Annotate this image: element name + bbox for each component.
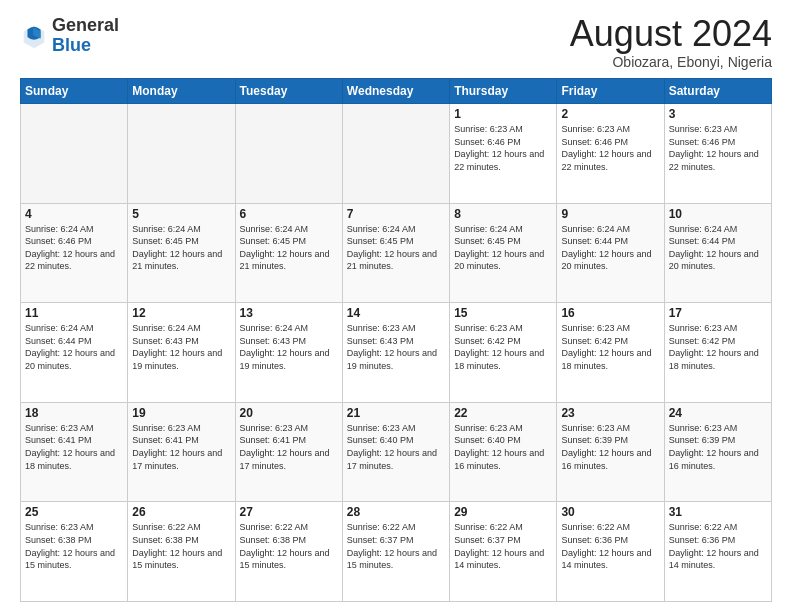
week-row-3: 11Sunrise: 6:24 AMSunset: 6:44 PMDayligh…: [21, 303, 772, 403]
weekday-header-sunday: Sunday: [21, 79, 128, 104]
day-info: Sunrise: 6:23 AMSunset: 6:43 PMDaylight:…: [347, 322, 445, 372]
day-number: 24: [669, 406, 767, 420]
day-info: Sunrise: 6:22 AMSunset: 6:36 PMDaylight:…: [561, 521, 659, 571]
day-number: 23: [561, 406, 659, 420]
day-info: Sunrise: 6:23 AMSunset: 6:46 PMDaylight:…: [561, 123, 659, 173]
day-cell-13: 13Sunrise: 6:24 AMSunset: 6:43 PMDayligh…: [235, 303, 342, 403]
day-info: Sunrise: 6:22 AMSunset: 6:38 PMDaylight:…: [132, 521, 230, 571]
day-number: 22: [454, 406, 552, 420]
day-info: Sunrise: 6:23 AMSunset: 6:42 PMDaylight:…: [561, 322, 659, 372]
day-info: Sunrise: 6:23 AMSunset: 6:39 PMDaylight:…: [561, 422, 659, 472]
day-number: 7: [347, 207, 445, 221]
day-info: Sunrise: 6:23 AMSunset: 6:41 PMDaylight:…: [240, 422, 338, 472]
day-number: 16: [561, 306, 659, 320]
day-info: Sunrise: 6:24 AMSunset: 6:44 PMDaylight:…: [25, 322, 123, 372]
day-number: 4: [25, 207, 123, 221]
day-cell-11: 11Sunrise: 6:24 AMSunset: 6:44 PMDayligh…: [21, 303, 128, 403]
day-cell-30: 30Sunrise: 6:22 AMSunset: 6:36 PMDayligh…: [557, 502, 664, 602]
day-number: 25: [25, 505, 123, 519]
day-cell-23: 23Sunrise: 6:23 AMSunset: 6:39 PMDayligh…: [557, 402, 664, 502]
day-cell-empty: [235, 104, 342, 204]
day-cell-31: 31Sunrise: 6:22 AMSunset: 6:36 PMDayligh…: [664, 502, 771, 602]
day-number: 30: [561, 505, 659, 519]
weekday-header-friday: Friday: [557, 79, 664, 104]
day-cell-17: 17Sunrise: 6:23 AMSunset: 6:42 PMDayligh…: [664, 303, 771, 403]
day-cell-empty: [21, 104, 128, 204]
month-title: August 2024: [570, 16, 772, 52]
day-cell-14: 14Sunrise: 6:23 AMSunset: 6:43 PMDayligh…: [342, 303, 449, 403]
day-info: Sunrise: 6:23 AMSunset: 6:42 PMDaylight:…: [454, 322, 552, 372]
day-cell-21: 21Sunrise: 6:23 AMSunset: 6:40 PMDayligh…: [342, 402, 449, 502]
day-cell-22: 22Sunrise: 6:23 AMSunset: 6:40 PMDayligh…: [450, 402, 557, 502]
day-info: Sunrise: 6:23 AMSunset: 6:38 PMDaylight:…: [25, 521, 123, 571]
day-cell-16: 16Sunrise: 6:23 AMSunset: 6:42 PMDayligh…: [557, 303, 664, 403]
day-cell-27: 27Sunrise: 6:22 AMSunset: 6:38 PMDayligh…: [235, 502, 342, 602]
weekday-header-thursday: Thursday: [450, 79, 557, 104]
page: General Blue August 2024 Obiozara, Ebony…: [0, 0, 792, 612]
weekday-header-monday: Monday: [128, 79, 235, 104]
day-number: 29: [454, 505, 552, 519]
weekday-header-tuesday: Tuesday: [235, 79, 342, 104]
day-cell-20: 20Sunrise: 6:23 AMSunset: 6:41 PMDayligh…: [235, 402, 342, 502]
day-number: 9: [561, 207, 659, 221]
day-info: Sunrise: 6:22 AMSunset: 6:37 PMDaylight:…: [347, 521, 445, 571]
day-number: 12: [132, 306, 230, 320]
week-row-4: 18Sunrise: 6:23 AMSunset: 6:41 PMDayligh…: [21, 402, 772, 502]
day-info: Sunrise: 6:22 AMSunset: 6:38 PMDaylight:…: [240, 521, 338, 571]
day-number: 11: [25, 306, 123, 320]
day-cell-9: 9Sunrise: 6:24 AMSunset: 6:44 PMDaylight…: [557, 203, 664, 303]
day-number: 15: [454, 306, 552, 320]
day-cell-2: 2Sunrise: 6:23 AMSunset: 6:46 PMDaylight…: [557, 104, 664, 204]
day-number: 20: [240, 406, 338, 420]
week-row-2: 4Sunrise: 6:24 AMSunset: 6:46 PMDaylight…: [21, 203, 772, 303]
day-number: 19: [132, 406, 230, 420]
location: Obiozara, Ebonyi, Nigeria: [570, 54, 772, 70]
day-number: 6: [240, 207, 338, 221]
day-info: Sunrise: 6:24 AMSunset: 6:44 PMDaylight:…: [669, 223, 767, 273]
logo: General Blue: [20, 16, 119, 56]
header: General Blue August 2024 Obiozara, Ebony…: [20, 16, 772, 70]
day-info: Sunrise: 6:23 AMSunset: 6:39 PMDaylight:…: [669, 422, 767, 472]
day-number: 14: [347, 306, 445, 320]
day-info: Sunrise: 6:23 AMSunset: 6:46 PMDaylight:…: [669, 123, 767, 173]
day-number: 28: [347, 505, 445, 519]
day-info: Sunrise: 6:23 AMSunset: 6:40 PMDaylight:…: [454, 422, 552, 472]
day-info: Sunrise: 6:23 AMSunset: 6:42 PMDaylight:…: [669, 322, 767, 372]
day-cell-8: 8Sunrise: 6:24 AMSunset: 6:45 PMDaylight…: [450, 203, 557, 303]
day-number: 27: [240, 505, 338, 519]
day-number: 3: [669, 107, 767, 121]
calendar-table: SundayMondayTuesdayWednesdayThursdayFrid…: [20, 78, 772, 602]
week-row-5: 25Sunrise: 6:23 AMSunset: 6:38 PMDayligh…: [21, 502, 772, 602]
day-info: Sunrise: 6:23 AMSunset: 6:41 PMDaylight:…: [25, 422, 123, 472]
day-info: Sunrise: 6:24 AMSunset: 6:44 PMDaylight:…: [561, 223, 659, 273]
week-row-1: 1Sunrise: 6:23 AMSunset: 6:46 PMDaylight…: [21, 104, 772, 204]
day-number: 2: [561, 107, 659, 121]
day-cell-15: 15Sunrise: 6:23 AMSunset: 6:42 PMDayligh…: [450, 303, 557, 403]
day-cell-19: 19Sunrise: 6:23 AMSunset: 6:41 PMDayligh…: [128, 402, 235, 502]
logo-icon: [20, 22, 48, 50]
day-info: Sunrise: 6:24 AMSunset: 6:45 PMDaylight:…: [240, 223, 338, 273]
logo-text: General Blue: [52, 16, 119, 56]
day-info: Sunrise: 6:24 AMSunset: 6:45 PMDaylight:…: [454, 223, 552, 273]
day-info: Sunrise: 6:22 AMSunset: 6:37 PMDaylight:…: [454, 521, 552, 571]
day-cell-7: 7Sunrise: 6:24 AMSunset: 6:45 PMDaylight…: [342, 203, 449, 303]
day-number: 21: [347, 406, 445, 420]
day-cell-25: 25Sunrise: 6:23 AMSunset: 6:38 PMDayligh…: [21, 502, 128, 602]
day-info: Sunrise: 6:23 AMSunset: 6:41 PMDaylight:…: [132, 422, 230, 472]
day-cell-12: 12Sunrise: 6:24 AMSunset: 6:43 PMDayligh…: [128, 303, 235, 403]
day-cell-5: 5Sunrise: 6:24 AMSunset: 6:45 PMDaylight…: [128, 203, 235, 303]
day-info: Sunrise: 6:23 AMSunset: 6:46 PMDaylight:…: [454, 123, 552, 173]
day-number: 26: [132, 505, 230, 519]
weekday-header-saturday: Saturday: [664, 79, 771, 104]
day-cell-1: 1Sunrise: 6:23 AMSunset: 6:46 PMDaylight…: [450, 104, 557, 204]
day-cell-28: 28Sunrise: 6:22 AMSunset: 6:37 PMDayligh…: [342, 502, 449, 602]
day-info: Sunrise: 6:22 AMSunset: 6:36 PMDaylight:…: [669, 521, 767, 571]
day-number: 17: [669, 306, 767, 320]
day-number: 18: [25, 406, 123, 420]
day-cell-6: 6Sunrise: 6:24 AMSunset: 6:45 PMDaylight…: [235, 203, 342, 303]
day-cell-29: 29Sunrise: 6:22 AMSunset: 6:37 PMDayligh…: [450, 502, 557, 602]
title-area: August 2024 Obiozara, Ebonyi, Nigeria: [570, 16, 772, 70]
day-number: 31: [669, 505, 767, 519]
day-info: Sunrise: 6:24 AMSunset: 6:45 PMDaylight:…: [132, 223, 230, 273]
weekday-header-row: SundayMondayTuesdayWednesdayThursdayFrid…: [21, 79, 772, 104]
